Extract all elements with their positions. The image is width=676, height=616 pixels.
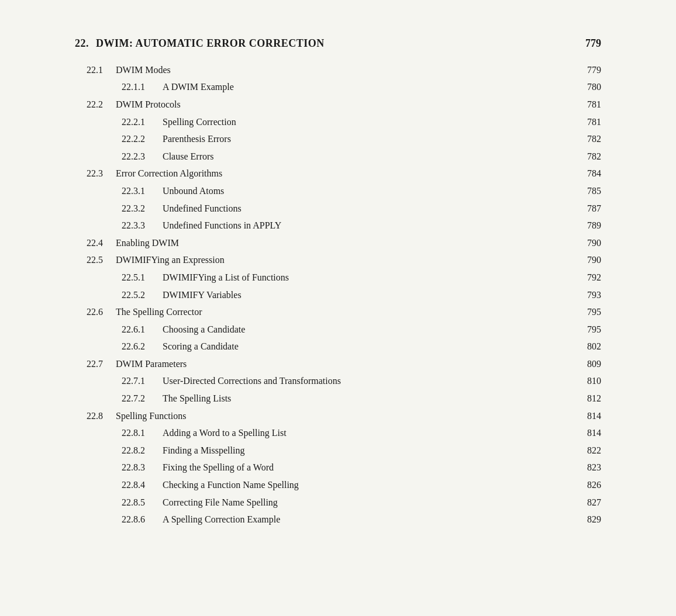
entry-number: 22.5.1: [110, 270, 163, 285]
entry-page: 795: [587, 304, 601, 320]
chapter-page: 779: [585, 35, 601, 52]
toc-entry: 22.2.1Spelling Correction781: [87, 115, 601, 130]
entry-number: 22.3: [87, 166, 116, 181]
entry-page: 827: [587, 495, 601, 510]
entry-page: 812: [587, 391, 601, 406]
toc-entry: 22.2.3Clause Errors782: [87, 149, 601, 164]
toc-entry: 22.7DWIM Parameters809: [87, 357, 601, 372]
toc-entry: 22.5DWIMIFYing an Expression790: [87, 252, 601, 268]
toc-entry: 22.6The Spelling Corrector795: [87, 304, 601, 320]
entry-page: 790: [587, 252, 601, 268]
entry-page: 780: [587, 79, 601, 95]
toc-entry: 22.2.2Parenthesis Errors782: [87, 131, 601, 147]
entry-number: 22.1: [87, 63, 116, 78]
entry-number: 22.7.1: [110, 373, 163, 389]
toc-entry: 22.7.2The Spelling Lists812: [87, 391, 601, 406]
entry-number: 22.8.4: [110, 477, 163, 493]
entry-page: 790: [587, 236, 601, 251]
toc-container: 22.DWIM: AUTOMATIC ERROR CORRECTION 779 …: [75, 23, 601, 541]
entry-number: 22.6: [87, 304, 116, 320]
entry-number: 22.8.6: [110, 512, 163, 527]
entry-page: 822: [587, 443, 601, 458]
entry-page: 781: [587, 97, 601, 112]
entry-number: 22.2.1: [110, 115, 163, 130]
entry-number: 22.7.2: [110, 391, 163, 406]
toc-entry: 22.5.2DWIMIFY Variables793: [87, 288, 601, 303]
toc-entry: 22.6.2Scoring a Candidate802: [87, 339, 601, 354]
toc-entry: 22.8.2Finding a Misspelling822: [87, 443, 601, 458]
entry-page: 810: [587, 373, 601, 389]
entry-title: Spelling Correction: [163, 115, 578, 130]
entry-page: 792: [587, 270, 601, 285]
entry-page: 784: [587, 166, 601, 181]
entry-title: Finding a Misspelling: [163, 443, 578, 458]
toc-entry: 22.8.6A Spelling Correction Example829: [87, 512, 601, 527]
entry-page: 814: [587, 425, 601, 441]
entry-title: DWIMIFY Variables: [163, 288, 578, 303]
toc-entry: 22.7.1User-Directed Corrections and Tran…: [87, 373, 601, 389]
entry-title: User-Directed Corrections and Transforma…: [163, 373, 578, 389]
entry-title: Clause Errors: [163, 149, 578, 164]
entry-title: Spelling Functions: [116, 409, 578, 424]
entry-title: The Spelling Lists: [163, 391, 578, 406]
entry-page: 793: [587, 288, 601, 303]
entry-page: 809: [587, 357, 601, 372]
toc-entry: 22.1.1A DWIM Example780: [87, 79, 601, 95]
toc-entry: 22.8Spelling Functions814: [87, 409, 601, 424]
entry-number: 22.5: [87, 252, 116, 268]
entry-page: 823: [587, 460, 601, 475]
toc-entry: 22.2DWIM Protocols781: [87, 97, 601, 112]
entry-page: 781: [587, 115, 601, 130]
entry-page: 789: [587, 218, 601, 233]
entry-number: 22.4: [87, 236, 116, 251]
chapter-title: 22.DWIM: AUTOMATIC ERROR CORRECTION: [75, 35, 325, 52]
entry-page: 826: [587, 477, 601, 493]
entry-number: 22.6.2: [110, 339, 163, 354]
entry-title: Enabling DWIM: [116, 236, 578, 251]
entry-number: 22.3.1: [110, 184, 163, 199]
entry-number: 22.8.5: [110, 495, 163, 510]
entry-title: DWIM Parameters: [116, 357, 578, 372]
entry-title: Checking a Function Name Spelling: [163, 477, 578, 493]
toc-entry: 22.3.3Undefined Functions in APPLY789: [87, 218, 601, 233]
entry-number: 22.8.2: [110, 443, 163, 458]
toc-entry: 22.3Error Correction Algorithms784: [87, 166, 601, 181]
entry-number: 22.3.2: [110, 201, 163, 216]
entry-title: Choosing a Candidate: [163, 322, 578, 337]
toc-entry: 22.8.4Checking a Function Name Spelling8…: [87, 477, 601, 493]
entry-number: 22.8.3: [110, 460, 163, 475]
entry-title: Unbound Atoms: [163, 184, 578, 199]
toc-entry: 22.3.1Unbound Atoms785: [87, 184, 601, 199]
entry-number: 22.6.1: [110, 322, 163, 337]
toc-entry: 22.8.3Fixing the Spelling of a Word823: [87, 460, 601, 475]
entry-title: The Spelling Corrector: [116, 304, 578, 320]
entry-title: DWIMIFYing an Expression: [116, 252, 578, 268]
entry-title: Scoring a Candidate: [163, 339, 578, 354]
entry-number: 22.2: [87, 97, 116, 112]
entry-number: 22.7: [87, 357, 116, 372]
entry-title: DWIMIFYing a List of Functions: [163, 270, 578, 285]
entry-number: 22.3.3: [110, 218, 163, 233]
entry-title: DWIM Modes: [116, 63, 578, 78]
toc-entry: 22.3.2Undefined Functions787: [87, 201, 601, 216]
entry-page: 787: [587, 201, 601, 216]
toc-entry: 22.5.1DWIMIFYing a List of Functions792: [87, 270, 601, 285]
entry-title: Undefined Functions in APPLY: [163, 218, 578, 233]
entry-page: 782: [587, 149, 601, 164]
entry-page: 814: [587, 409, 601, 424]
entry-page: 795: [587, 322, 601, 337]
entry-page: 782: [587, 131, 601, 147]
toc-entries: 22.1DWIM Modes77922.1.1A DWIM Example780…: [75, 63, 601, 527]
entry-page: 785: [587, 184, 601, 199]
entry-title: Adding a Word to a Spelling List: [163, 425, 578, 441]
entry-title: Error Correction Algorithms: [116, 166, 578, 181]
entry-title: A DWIM Example: [163, 79, 578, 95]
entry-number: 22.5.2: [110, 288, 163, 303]
toc-entry: 22.8.5Correcting File Name Spelling827: [87, 495, 601, 510]
chapter-number: 22.: [75, 37, 89, 49]
entry-title: Undefined Functions: [163, 201, 578, 216]
toc-entry: 22.4Enabling DWIM790: [87, 236, 601, 251]
entry-page: 802: [587, 339, 601, 354]
entry-number: 22.1.1: [110, 79, 163, 95]
entry-title: Correcting File Name Spelling: [163, 495, 578, 510]
